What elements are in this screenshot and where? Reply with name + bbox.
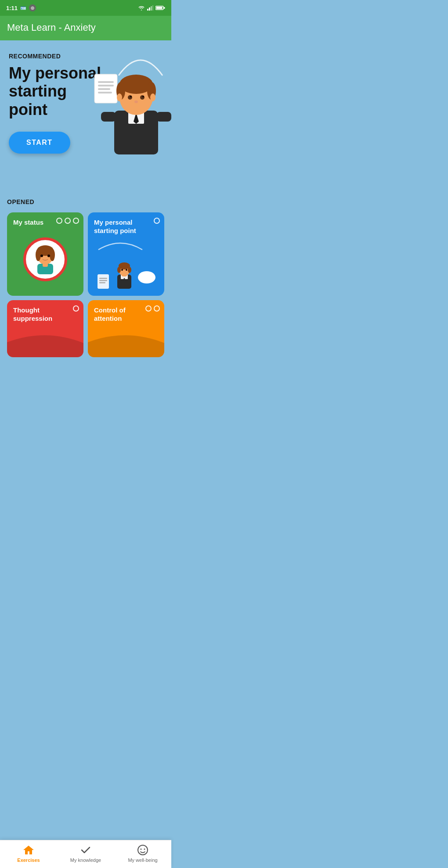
- radio-2: [65, 218, 71, 224]
- start-button[interactable]: START: [9, 132, 70, 154]
- svg-point-35: [47, 255, 50, 257]
- svg-point-53: [141, 279, 144, 282]
- svg-rect-38: [98, 274, 109, 289]
- status-left: 1:11 🪪 ◎: [6, 4, 36, 11]
- cards-grid: My status: [7, 212, 164, 357]
- svg-point-50: [121, 269, 123, 271]
- svg-rect-0: [147, 9, 148, 11]
- svg-rect-39: [99, 278, 107, 279]
- wifi-icon: [138, 5, 145, 11]
- opened-label: OPENED: [7, 198, 164, 205]
- svg-rect-2: [151, 6, 152, 11]
- battery-icon: [155, 5, 165, 11]
- card-personal-starting-point[interactable]: My personal starting point: [88, 212, 164, 296]
- svg-rect-1: [149, 7, 150, 11]
- sim-card-icon: 🪪: [20, 5, 26, 11]
- svg-point-49: [128, 267, 131, 273]
- radio-attention-2: [154, 305, 160, 312]
- card-thought-suppression[interactable]: Thought suppression: [7, 300, 83, 357]
- svg-rect-6: [164, 7, 165, 9]
- app-title: Meta Learn - Anxiety: [7, 22, 96, 33]
- svg-rect-40: [99, 280, 107, 281]
- svg-point-24: [142, 96, 144, 97]
- card-title-thought-suppression: Thought suppression: [13, 306, 65, 323]
- svg-rect-3: [152, 5, 153, 11]
- svg-point-44: [123, 278, 125, 279]
- svg-rect-5: [156, 7, 163, 9]
- status-avatar: [13, 233, 77, 281]
- radio-single: [154, 218, 160, 224]
- svg-rect-28: [101, 112, 116, 122]
- card-control-of-attention[interactable]: Control of attention: [88, 300, 164, 357]
- svg-point-32: [36, 249, 41, 261]
- svg-point-48: [117, 267, 121, 273]
- svg-rect-41: [99, 282, 105, 283]
- card-arc: [94, 239, 147, 252]
- card-title-personal-starting-point: My personal starting point: [94, 219, 145, 235]
- status-right: [138, 5, 165, 11]
- status-bar: 1:11 🪪 ◎: [0, 0, 171, 16]
- svg-point-26: [117, 93, 122, 101]
- at-sign-icon: ◎: [29, 4, 36, 11]
- svg-point-33: [50, 249, 55, 261]
- svg-point-21: [128, 95, 132, 100]
- svg-rect-29: [156, 112, 171, 122]
- svg-point-51: [126, 269, 127, 271]
- main-content: RECOMMENDED My personal starting point S…: [0, 40, 171, 399]
- app-bar: Meta Learn - Anxiety: [0, 16, 171, 40]
- card-title-control-of-attention: Control of attention: [94, 306, 145, 323]
- svg-rect-37: [43, 262, 48, 267]
- hero-character: [101, 47, 171, 172]
- time-display: 1:11: [6, 5, 18, 11]
- card-character: [94, 258, 158, 290]
- card-radio-attention: [145, 305, 160, 312]
- thought-bubble: [138, 271, 155, 283]
- signal-icon: [147, 5, 153, 11]
- svg-point-27: [150, 93, 155, 101]
- svg-point-23: [130, 96, 132, 97]
- radio-1: [56, 218, 62, 224]
- red-ring-avatar: [23, 237, 67, 281]
- card-radio-personal: [154, 218, 160, 224]
- radio-3: [73, 218, 79, 224]
- recommended-section: RECOMMENDED My personal starting point S…: [0, 40, 171, 190]
- card-radio-my-status: [56, 218, 79, 224]
- svg-point-25: [134, 100, 138, 103]
- radio-thought-single: [73, 305, 79, 312]
- svg-point-22: [140, 95, 145, 100]
- radio-attention-1: [145, 305, 152, 312]
- card-radio-thought: [73, 305, 79, 312]
- opened-section: OPENED My status: [0, 190, 171, 364]
- card-my-status[interactable]: My status: [7, 212, 83, 296]
- svg-point-34: [40, 255, 43, 257]
